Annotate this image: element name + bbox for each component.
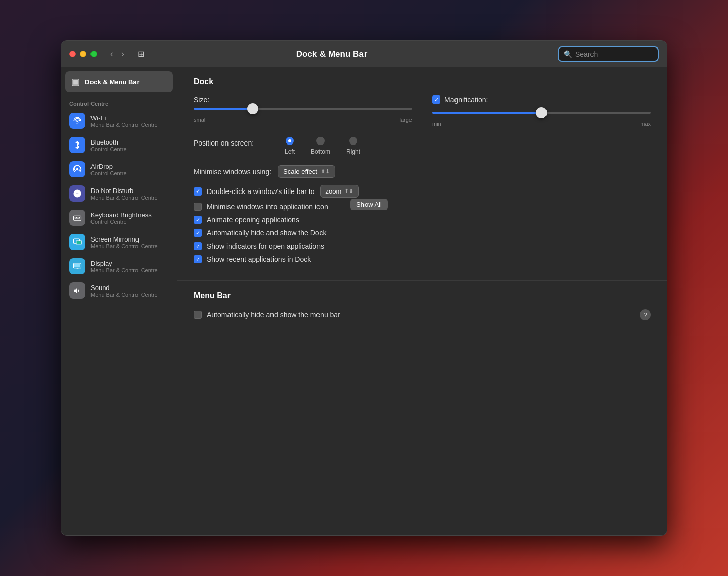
mag-min-label: min	[432, 121, 441, 127]
minimise-icon-checkbox[interactable]	[194, 203, 202, 211]
recent-checkbox[interactable]: ✓	[194, 255, 202, 263]
fullscreen-button[interactable]	[90, 51, 97, 57]
double-click-checkbox[interactable]: ✓	[194, 187, 202, 196]
mag-slider-fill	[432, 112, 541, 114]
sidebar-item-keyboard-brightness[interactable]: Keyboard Brightness Control Centre	[61, 206, 177, 230]
help-button[interactable]: ?	[640, 309, 651, 320]
sidebar-selected-label: Dock & Menu Bar	[85, 78, 140, 86]
indicators-label: Show indicators for open applications	[207, 242, 324, 250]
sound-name: Sound	[90, 284, 158, 292]
search-icon: 🔍	[564, 50, 572, 58]
mag-slider-thumb[interactable]	[536, 107, 547, 118]
animate-row: ✓ Animate opening applications	[194, 216, 651, 224]
auto-hide-checkbox[interactable]: ✓	[194, 229, 202, 237]
position-right[interactable]: Right	[346, 137, 360, 155]
sidebar-item-screen-mirroring[interactable]: Screen Mirroring Menu Bar & Control Cent…	[61, 230, 177, 254]
minimise-row: Minimise windows using: Scale effect ⬆⬇	[194, 165, 651, 178]
sidebar-item-wifi[interactable]: Wi-Fi Menu Bar & Control Centre	[61, 109, 177, 133]
bluetooth-icon	[69, 137, 85, 153]
size-slider-thumb[interactable]	[247, 103, 258, 114]
position-bottom-label: Bottom	[311, 148, 330, 155]
position-bottom[interactable]: Bottom	[311, 137, 330, 155]
sidebar-item-airdrop[interactable]: AirDrop Control Centre	[61, 157, 177, 181]
keyboard-brightness-name: Keyboard Brightness	[90, 211, 152, 219]
mag-max-label: max	[640, 121, 651, 127]
do-not-disturb-icon	[69, 185, 85, 202]
menu-bar-auto-hide-checkbox[interactable]	[194, 311, 202, 319]
recent-label: Show recent applications in Dock	[207, 255, 311, 263]
display-icon	[69, 258, 85, 274]
dnd-text: Do Not Disturb Menu Bar & Control Centre	[90, 187, 158, 201]
search-box[interactable]: 🔍	[558, 46, 659, 62]
position-right-label: Right	[346, 148, 360, 155]
screen-mirroring-icon	[69, 234, 85, 250]
keyboard-brightness-sub: Control Centre	[90, 219, 152, 225]
wifi-text: Wi-Fi Menu Bar & Control Centre	[90, 114, 158, 128]
size-slider[interactable]	[194, 108, 412, 110]
svg-rect-4	[76, 217, 77, 218]
position-left-radio[interactable]	[286, 137, 294, 145]
wifi-sub: Menu Bar & Control Centre	[90, 122, 158, 128]
double-click-label: Double-click a window's title bar to	[207, 187, 315, 196]
size-group: Size: small large	[194, 95, 412, 123]
display-name: Display	[90, 260, 158, 267]
airdrop-name: AirDrop	[90, 163, 127, 170]
sidebar-item-bluetooth[interactable]: Bluetooth Control Centre	[61, 133, 177, 157]
airdrop-sub: Control Centre	[90, 170, 127, 176]
minimise-icon-row: Minimise windows into application icon S…	[194, 203, 651, 211]
svg-rect-2	[74, 216, 81, 220]
mag-slider[interactable]	[432, 112, 651, 114]
menu-bar-auto-hide-row: Automatically hide and show the menu bar…	[194, 309, 651, 320]
mag-slider-labels: min max	[432, 121, 651, 127]
size-small-label: small	[194, 117, 207, 123]
bluetooth-name: Bluetooth	[90, 138, 127, 146]
animate-checkbox[interactable]: ✓	[194, 216, 202, 224]
mag-slider-track	[432, 112, 651, 114]
bluetooth-text: Bluetooth Control Centre	[90, 138, 127, 152]
position-bottom-radio[interactable]	[316, 137, 325, 145]
svg-rect-5	[78, 217, 79, 218]
double-click-row: ✓ Double-click a window's title bar to z…	[194, 185, 651, 198]
close-button[interactable]	[69, 51, 76, 57]
position-label: Position on screen:	[194, 137, 285, 147]
minimize-button[interactable]	[80, 51, 86, 57]
sidebar-item-dock-menu-bar[interactable]: ▣ Dock & Menu Bar	[65, 71, 173, 92]
position-left-label: Left	[285, 148, 295, 155]
minimise-effect-dropdown[interactable]: Scale effect ⬆⬇	[278, 165, 335, 178]
position-right-radio[interactable]	[349, 137, 357, 145]
keyboard-brightness-icon	[69, 210, 85, 226]
sidebar-item-dnd[interactable]: Do Not Disturb Menu Bar & Control Centre	[61, 181, 177, 206]
screen-mirroring-text: Screen Mirroring Menu Bar & Control Cent…	[90, 235, 158, 249]
search-input[interactable]	[575, 50, 651, 58]
double-click-dropdown[interactable]: zoom ⬆⬇	[320, 185, 359, 198]
magnification-header: ✓ Magnification:	[432, 95, 651, 104]
auto-hide-label: Automatically hide and show the Dock	[207, 229, 327, 237]
display-text: Display Menu Bar & Control Centre	[90, 260, 158, 273]
position-left[interactable]: Left	[285, 137, 295, 155]
menu-bar-auto-hide-label: Automatically hide and show the menu bar	[207, 311, 340, 319]
dock-section-title: Dock	[194, 77, 651, 86]
airdrop-text: AirDrop Control Centre	[90, 163, 127, 176]
size-large-label: large	[400, 117, 412, 123]
sound-text: Sound Menu Bar & Control Centre	[90, 284, 158, 298]
indicators-checkbox[interactable]: ✓	[194, 242, 202, 250]
recent-row: ✓ Show recent applications in Dock	[194, 255, 651, 263]
size-magnification-row: Size: small large	[194, 95, 651, 127]
magnification-checkbox[interactable]: ✓	[432, 95, 440, 104]
traffic-lights	[69, 51, 97, 57]
sidebar-item-sound[interactable]: Sound Menu Bar & Control Centre	[61, 278, 177, 303]
size-slider-track	[194, 108, 412, 110]
menu-bar-title: Menu Bar	[194, 291, 651, 300]
position-options: Left Bottom Right	[285, 137, 360, 155]
position-row: Position on screen: Left Bottom Right	[194, 137, 651, 155]
minimise-icon-label: Minimise windows into application icon	[207, 203, 328, 211]
size-label: Size:	[194, 95, 412, 104]
dropdown-arrows-icon: ⬆⬇	[321, 168, 330, 175]
main-content: Dock Size: small	[177, 67, 667, 535]
sound-icon	[69, 282, 85, 299]
sound-sub: Menu Bar & Control Centre	[90, 292, 158, 298]
menu-bar-checkbox-group: Automatically hide and show the menu bar	[194, 311, 340, 319]
sidebar-item-display[interactable]: Display Menu Bar & Control Centre	[61, 254, 177, 278]
size-slider-fill	[194, 108, 253, 110]
svg-rect-10	[77, 241, 81, 244]
